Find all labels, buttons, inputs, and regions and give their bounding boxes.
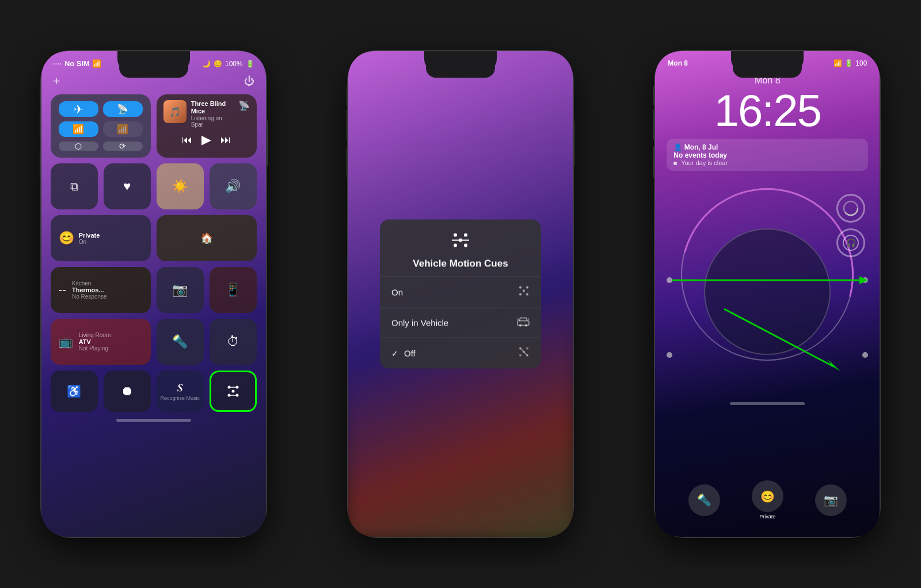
ls-battery-icon: 🔋 <box>844 59 853 67</box>
timer-icon: ⏱ <box>227 334 239 349</box>
vehicle-motion-cues-button[interactable] <box>210 371 257 412</box>
focus-name: Private <box>79 232 100 239</box>
ls-camera-wrap: 📷 <box>815 484 847 516</box>
vmc-on-icon <box>518 285 530 300</box>
power-button[interactable] <box>266 120 268 166</box>
wifi-button[interactable]: 📶 <box>59 121 98 137</box>
airplane-mode-button[interactable]: ✈ <box>59 101 98 117</box>
appletv-icon: 📺 <box>59 335 73 349</box>
ls-wifi-icon: 📶 <box>834 59 842 67</box>
svg-point-19 <box>519 324 522 327</box>
record-icon: ⏺ <box>121 384 134 399</box>
heart-icon: ♥ <box>123 179 131 194</box>
svg-point-22 <box>527 318 529 320</box>
screen-mirror-button[interactable]: ⧉ <box>51 163 98 209</box>
ls-private-wrap: 😊 Private <box>752 480 783 520</box>
airplay-icon[interactable]: 📡 <box>238 100 250 111</box>
shazam-icon: 𝑺 <box>177 382 183 394</box>
accessibility-icon: ♿ <box>67 384 81 398</box>
hotspot-button[interactable]: 📡 <box>103 101 143 117</box>
svg-point-21 <box>517 318 519 320</box>
shazam-button[interactable]: 𝑺 Recognise Music <box>157 371 204 412</box>
power-button-3[interactable] <box>880 120 881 166</box>
living-room-device: ATV <box>79 338 111 345</box>
music-subtitle: Listening on Spar <box>191 115 234 128</box>
vmc-option-vehicle[interactable]: Only in Vehicle <box>380 308 541 338</box>
brightness-slider[interactable]: ☀️ <box>157 163 204 209</box>
ls-private-button[interactable]: 😊 <box>752 480 783 512</box>
svg-text:🎧: 🎧 <box>846 238 857 248</box>
lock-screen: Mon 8 📶 🔋 100 Mon 8 16:25 👤 Mon, 8 Jul N… <box>655 51 880 537</box>
power-button-2[interactable] <box>573 120 574 166</box>
next-track-button[interactable]: ⏭ <box>220 134 231 146</box>
kitchen-info: Kitchen Thermos... No Response <box>72 280 107 300</box>
vmc-option-off[interactable]: ✓ Off <box>380 338 541 369</box>
dynamic-island <box>119 58 188 78</box>
living-room-atv-tile[interactable]: 📺 Living Room ATV Not Playing <box>51 319 151 365</box>
control-center-phone: ···· No SIM 📶 🌙 😊 100% 🔋 + ⏻ ✈ 📡 📶 <box>41 51 266 537</box>
ls-ring-widget <box>836 194 865 223</box>
vmc-vehicle-svg-icon <box>517 316 530 327</box>
vmc-on-label: On <box>391 288 403 297</box>
music-controls: ⏮ ▶ ⏭ <box>163 132 250 147</box>
control-center-screen: ···· No SIM 📶 🌙 😊 100% 🔋 + ⏻ ✈ 📡 📶 <box>41 51 266 537</box>
svg-point-2 <box>231 390 234 393</box>
cellular-button[interactable]: 📶 <box>103 121 143 137</box>
cc-row-4: -- Kitchen Thermos... No Response 📷 📱 <box>41 267 266 313</box>
home-button[interactable]: 🏠 <box>157 215 257 261</box>
kitchen-thermostat-tile[interactable]: -- Kitchen Thermos... No Response <box>51 267 151 313</box>
play-button[interactable]: ▶ <box>201 132 211 147</box>
vmc-off-svg-icon <box>518 346 530 358</box>
ls-camera-button[interactable]: 📷 <box>815 484 847 516</box>
svg-point-15 <box>523 290 525 292</box>
home-bar-3 <box>730 402 805 405</box>
vmc-option-on[interactable]: On <box>380 277 541 308</box>
vmc-option-off-label-wrap: ✓ Off <box>391 349 416 358</box>
svg-point-24 <box>526 348 528 350</box>
camera-button[interactable]: 📷 <box>157 267 204 313</box>
focus-moon-icon: 🌙 <box>202 60 211 68</box>
ls-day-clear: Your day is clear <box>673 159 861 166</box>
vmc-off-label: Off <box>404 349 416 358</box>
vmc-option-on-label-wrap: On <box>391 288 403 297</box>
camera-icon: 📷 <box>172 282 188 297</box>
add-button[interactable]: + <box>53 74 60 89</box>
focus-tile[interactable]: 😊 Private On <box>51 215 151 261</box>
remote-button[interactable]: 📱 <box>210 267 257 313</box>
timer-button[interactable]: ⏱ <box>210 319 257 365</box>
kitchen-device: Thermos... <box>72 287 107 293</box>
ls-bottom-actions: 🔦 😊 Private 📷 <box>655 480 880 520</box>
bluetooth-button[interactable]: ⬡ <box>59 142 98 151</box>
cc-bottom-row: ♿ ⏺ 𝑺 Recognise Music <box>41 371 266 412</box>
svg-point-13 <box>519 287 522 289</box>
ls-dot-indicator <box>673 162 677 165</box>
svg-point-7 <box>454 234 457 237</box>
music-tile[interactable]: 🎵 Three Blind Mice Listening on Spar 📡 ⏮… <box>157 94 257 158</box>
brightness-icon: ☀️ <box>172 179 188 194</box>
remote-icon: 📱 <box>225 282 241 297</box>
airdrop-button[interactable]: ⟳ <box>103 142 143 151</box>
ls-airpods-widget: 🎧 <box>836 228 865 257</box>
cc-row-5: 📺 Living Room ATV Not Playing 🔦 ⏱ <box>41 319 266 365</box>
ls-flashlight-button[interactable]: 🔦 <box>688 484 720 516</box>
vmc-menu-header: Vehicle Motion Cues <box>380 220 541 277</box>
health-button[interactable]: ♥ <box>104 163 151 209</box>
living-room-label: Living Room <box>79 332 111 338</box>
ls-dot-br <box>862 352 868 358</box>
screen-mirror-icon: ⧉ <box>70 180 78 193</box>
screen-record-button[interactable]: ⏺ <box>104 371 151 412</box>
power-icon[interactable]: ⏻ <box>244 75 254 87</box>
svg-line-35 <box>724 309 834 366</box>
ls-diagonal-arrow <box>713 303 857 378</box>
prev-track-button[interactable]: ⏮ <box>182 134 192 146</box>
music-info: Three Blind Mice Listening on Spar <box>191 100 234 128</box>
ls-widget-icons: 🎧 <box>836 194 865 257</box>
ls-right-arrow <box>664 272 877 289</box>
battery-icon: 🔋 <box>246 60 254 68</box>
ls-events-widget: 👤 Mon, 8 Jul No events today Your day is… <box>667 139 868 171</box>
accessibility-button[interactable]: ♿ <box>51 371 98 412</box>
svg-point-14 <box>526 287 528 289</box>
cc-row-3: 😊 Private On 🏠 <box>41 215 266 261</box>
volume-slider[interactable]: 🔊 <box>210 163 257 209</box>
flashlight-button[interactable]: 🔦 <box>157 319 204 365</box>
